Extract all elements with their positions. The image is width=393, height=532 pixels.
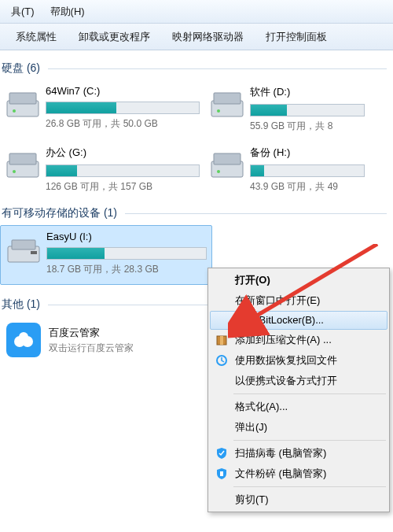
separator xyxy=(233,393,386,394)
ctx-format[interactable]: 格式化(A)... xyxy=(210,397,387,417)
drive-label: 备份 (H:) xyxy=(250,146,365,160)
svg-point-17 xyxy=(19,332,28,342)
ctx-open-new-window[interactable]: 在新窗口中打开(E) xyxy=(210,290,387,311)
divider xyxy=(125,213,387,214)
svg-point-8 xyxy=(13,170,16,173)
drive-info: 办公 (G:) 126 GB 可用，共 157 GB xyxy=(46,146,200,194)
section-header-removable: 有可移动存储的设备 (1) xyxy=(0,201,393,225)
section-title: 硬盘 (6) xyxy=(2,61,40,76)
svg-rect-13 xyxy=(12,240,35,249)
drive-subtext: 55.9 GB 可用，共 8 xyxy=(250,120,365,133)
svg-rect-10 xyxy=(214,153,241,164)
drive-label: 64Win7 (C:) xyxy=(46,85,200,97)
context-menu: 打开(O) 在新窗口中打开(E) 启用 BitLocker(B)... 添加到压… xyxy=(208,268,390,512)
usage-bar xyxy=(250,104,365,116)
svg-rect-7 xyxy=(9,153,36,164)
drive-d[interactable]: 软件 (D:) 55.9 GB 可用，共 8 xyxy=(204,80,369,141)
ctx-open-portable[interactable]: 以便携式设备方式打开 xyxy=(210,371,387,391)
section-title: 有可移动存储的设备 (1) xyxy=(2,206,117,220)
separator xyxy=(233,440,386,441)
toolbar-map-drive[interactable]: 映射网络驱动器 xyxy=(161,27,255,47)
drive-label: EasyU (I:) xyxy=(46,231,207,242)
drive-subtext: 126 GB 可用，共 157 GB xyxy=(46,180,200,194)
drive-subtext: 43.9 GB 可用，共 49 xyxy=(250,180,365,194)
app-text: 百度云管家 双击运行百度云管家 xyxy=(49,326,134,355)
drive-g[interactable]: 办公 (G:) 126 GB 可用，共 157 GB xyxy=(0,141,204,201)
section-title: 其他 (1) xyxy=(2,297,40,312)
svg-rect-1 xyxy=(9,93,36,104)
drive-c[interactable]: 64Win7 (C:) 26.8 GB 可用，共 50.0 GB xyxy=(0,80,204,141)
svg-rect-4 xyxy=(214,93,241,104)
ctx-data-recovery[interactable]: 使用数据恢复找回文件 xyxy=(210,350,387,371)
drive-info: 软件 (D:) 55.9 GB 可用，共 8 xyxy=(250,85,365,133)
separator xyxy=(233,486,386,487)
menu-help[interactable]: 帮助(H) xyxy=(42,2,93,22)
drive-info: EasyU (I:) 18.7 GB 可用，共 28.3 GB xyxy=(46,231,207,276)
svg-rect-21 xyxy=(220,471,223,476)
toolbar-system-properties[interactable]: 系统属性 xyxy=(5,27,68,47)
hdd-icon xyxy=(209,85,245,121)
app-subtitle: 双击运行百度云管家 xyxy=(49,342,134,355)
ctx-add-to-archive[interactable]: 添加到压缩文件(A) ... xyxy=(210,330,387,350)
svg-rect-19 xyxy=(220,336,223,345)
drive-info: 64Win7 (C:) 26.8 GB 可用，共 50.0 GB xyxy=(46,85,200,133)
drive-subtext: 26.8 GB 可用，共 50.0 GB xyxy=(46,117,200,131)
toolbar: 系统属性 卸载或更改程序 映射网络驱动器 打开控制面板 xyxy=(0,24,393,50)
drive-label: 办公 (G:) xyxy=(46,146,200,160)
drive-i-selected[interactable]: EasyU (I:) 18.7 GB 可用，共 28.3 GB xyxy=(0,225,212,285)
shield-icon xyxy=(215,446,229,460)
ctx-eject[interactable]: 弹出(J) xyxy=(210,417,387,438)
drive-label: 软件 (D:) xyxy=(250,85,365,99)
ctx-enable-bitlocker[interactable]: 启用 BitLocker(B)... xyxy=(210,311,387,330)
hdd-icon xyxy=(5,146,41,182)
cloud-icon xyxy=(6,323,41,357)
svg-point-2 xyxy=(13,109,16,113)
archive-icon xyxy=(215,333,229,347)
ctx-open[interactable]: 打开(O) xyxy=(210,270,387,290)
hdd-icon xyxy=(209,146,245,182)
usage-bar xyxy=(250,164,365,177)
ctx-file-shred[interactable]: 文件粉碎 (电脑管家) xyxy=(210,464,387,484)
drive-info: 备份 (H:) 43.9 GB 可用，共 49 xyxy=(250,146,365,194)
drive-subtext: 18.7 GB 可用，共 28.3 GB xyxy=(46,263,207,276)
app-name: 百度云管家 xyxy=(49,326,134,340)
section-header-hdd: 硬盘 (6) xyxy=(0,57,393,80)
ctx-scan-virus[interactable]: 扫描病毒 (电脑管家) xyxy=(210,443,387,464)
drive-h[interactable]: 备份 (H:) 43.9 GB 可用，共 49 xyxy=(204,141,369,201)
menu-bar: 具(T) 帮助(H) xyxy=(0,0,393,24)
recovery-icon xyxy=(215,353,229,368)
toolbar-control-panel[interactable]: 打开控制面板 xyxy=(255,27,338,47)
removable-drive-icon xyxy=(6,231,42,267)
svg-point-11 xyxy=(217,170,220,173)
usage-bar xyxy=(46,164,200,177)
divider xyxy=(48,68,387,69)
usage-bar xyxy=(46,102,200,114)
menu-tools[interactable]: 具(T) xyxy=(3,2,42,22)
hdd-icon xyxy=(5,85,41,121)
shield-icon xyxy=(215,467,229,481)
usage-bar xyxy=(46,247,207,260)
toolbar-uninstall[interactable]: 卸载或更改程序 xyxy=(68,27,161,47)
hdd-list: 64Win7 (C:) 26.8 GB 可用，共 50.0 GB 软件 (D:)… xyxy=(0,80,393,201)
ctx-cut[interactable]: 剪切(T) xyxy=(210,490,387,510)
svg-point-5 xyxy=(217,109,220,113)
svg-rect-14 xyxy=(31,251,37,254)
